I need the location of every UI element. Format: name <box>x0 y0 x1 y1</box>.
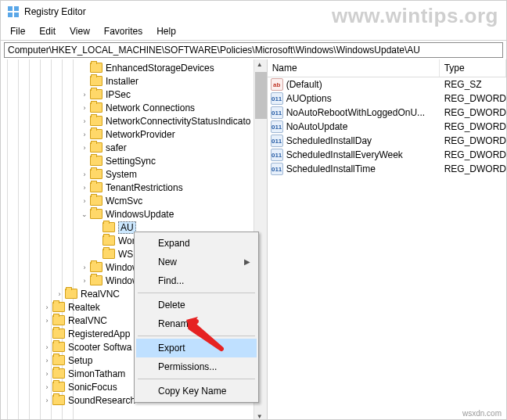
expand-icon[interactable]: › <box>54 290 65 298</box>
menu-item-copy-key-name[interactable]: Copy Key Name <box>136 382 257 400</box>
menu-item-rename[interactable]: Rename <box>136 314 257 333</box>
scroll-down-icon[interactable]: ▼ <box>257 413 263 420</box>
column-type[interactable]: Type <box>440 59 506 77</box>
expand-icon[interactable]: › <box>79 277 90 285</box>
value-type: REG_DWORD <box>440 121 506 132</box>
scroll-thumb[interactable] <box>255 72 267 119</box>
value-row[interactable]: 011ScheduledInstallDayREG_DWORD <box>268 134 506 148</box>
tree-item[interactable]: ›safer <box>1 141 267 154</box>
expand-icon[interactable]: › <box>41 383 52 391</box>
tree-item-label: SimonTatham <box>68 368 125 379</box>
value-name: ScheduledInstallDay <box>286 135 372 146</box>
value-name: (Default) <box>286 79 322 90</box>
tree-item-label: RegisteredApp <box>68 328 130 339</box>
value-row[interactable]: 011NoAutoRebootWithLoggedOnU...REG_DWORD <box>268 106 506 120</box>
expand-icon[interactable]: › <box>79 117 90 125</box>
expand-icon[interactable]: › <box>79 104 90 112</box>
menu-item-expand[interactable]: Expand <box>136 234 257 253</box>
tree-item-label: RealVNC <box>81 289 120 300</box>
tree-item[interactable]: ›WcmSvc <box>1 194 267 207</box>
value-name: NoAutoRebootWithLoggedOnU... <box>286 107 425 118</box>
list-header: Name Type <box>268 59 506 77</box>
menu-edit[interactable]: Edit <box>33 24 62 38</box>
tree-item-label: SettingSync <box>106 156 156 167</box>
menu-help[interactable]: Help <box>150 24 182 38</box>
expand-icon[interactable]: › <box>41 357 52 364</box>
menu-file[interactable]: File <box>4 24 31 38</box>
value-row[interactable]: ab(Default)REG_SZ <box>268 77 506 92</box>
values-pane: Name Type ab(Default)REG_SZ011AUOptionsR… <box>268 59 506 420</box>
expand-icon[interactable]: › <box>79 131 90 138</box>
expand-icon[interactable]: › <box>79 197 90 205</box>
menu-separator <box>138 293 255 293</box>
titlebar: Registry Editor <box>1 1 506 23</box>
dword-value-icon: 011 <box>271 163 283 175</box>
tree-item[interactable]: ›IPSec <box>1 88 267 101</box>
scroll-up-icon[interactable]: ▲ <box>257 61 263 68</box>
window-title: Registry Editor <box>24 6 86 17</box>
context-menu: ExpandNew▶Find...DeleteRenameExportPermi… <box>134 232 259 403</box>
column-name[interactable]: Name <box>268 59 440 77</box>
menu-item-find-[interactable]: Find... <box>136 271 257 290</box>
svg-rect-2 <box>8 13 13 17</box>
expand-icon[interactable]: › <box>41 397 52 404</box>
folder-icon <box>90 129 102 139</box>
value-name: AUOptions <box>286 93 332 104</box>
expand-icon[interactable]: › <box>79 171 90 178</box>
value-row[interactable]: 011ScheduledInstallEveryWeekREG_DWORD <box>268 148 506 162</box>
tree-item[interactable]: ›TenantRestrictions <box>1 181 267 194</box>
tree-item[interactable]: ›NetworkConnectivityStatusIndicato <box>1 114 267 127</box>
tree-item[interactable]: SettingSync <box>1 154 267 167</box>
expand-icon[interactable]: › <box>79 184 90 192</box>
expand-icon[interactable]: ⌄ <box>79 210 90 218</box>
tree-item-label: Network Connections <box>106 102 195 113</box>
value-type: REG_DWORD <box>440 135 506 146</box>
expand-icon[interactable]: › <box>79 144 90 152</box>
menu-item-export[interactable]: Export <box>136 339 257 357</box>
expand-icon[interactable]: › <box>41 317 52 325</box>
tree-item-label: NetworkProvider <box>106 129 175 140</box>
svg-rect-0 <box>8 6 13 11</box>
expand-icon[interactable]: › <box>41 303 52 311</box>
menu-item-delete[interactable]: Delete <box>136 296 257 314</box>
folder-icon <box>90 209 102 219</box>
tree-item[interactable]: ›System <box>1 167 267 181</box>
dword-value-icon: 011 <box>271 106 283 119</box>
tree-item-label: TenantRestrictions <box>106 182 183 193</box>
expand-icon[interactable]: › <box>41 343 52 351</box>
tree-item[interactable]: EnhancedStorageDevices <box>1 61 267 74</box>
folder-icon <box>102 222 115 232</box>
value-row[interactable]: 011AUOptionsREG_DWORD <box>268 92 506 106</box>
folder-icon <box>90 89 102 99</box>
expand-icon[interactable]: › <box>79 91 90 99</box>
address-bar <box>4 42 503 58</box>
folder-icon <box>102 249 115 259</box>
string-value-icon: ab <box>271 78 283 91</box>
folder-icon <box>52 315 65 325</box>
tree-item[interactable]: ›Network Connections <box>1 101 267 114</box>
folder-icon <box>90 169 102 179</box>
menu-separator <box>138 379 255 379</box>
expand-icon[interactable]: › <box>41 370 52 378</box>
tree-item[interactable]: Installer <box>1 74 267 88</box>
value-row[interactable]: 011NoAutoUpdateREG_DWORD <box>268 120 506 134</box>
dword-value-icon: 011 <box>271 120 283 133</box>
tree-item-label: NetworkConnectivityStatusIndicato <box>106 116 250 127</box>
menu-item-permissions-[interactable]: Permissions... <box>136 357 257 376</box>
expand-icon[interactable]: › <box>79 264 90 271</box>
menu-view[interactable]: View <box>63 24 96 38</box>
menu-item-new[interactable]: New▶ <box>136 253 257 271</box>
address-input[interactable] <box>8 45 499 56</box>
folder-icon <box>90 156 102 166</box>
app-icon <box>7 5 20 18</box>
folder-icon <box>90 182 102 192</box>
dword-value-icon: 011 <box>271 92 283 105</box>
tree-item[interactable]: ›NetworkProvider <box>1 127 267 141</box>
folder-icon <box>90 116 102 126</box>
tree-item[interactable]: ⌄WindowsUpdate <box>1 207 267 221</box>
menu-favorites[interactable]: Favorites <box>98 24 149 38</box>
tree-item-label: WcmSvc <box>106 196 142 206</box>
value-name: NoAutoUpdate <box>286 121 348 132</box>
folder-icon <box>90 76 102 86</box>
value-row[interactable]: 011ScheduledInstallTimeREG_DWORD <box>268 162 506 176</box>
